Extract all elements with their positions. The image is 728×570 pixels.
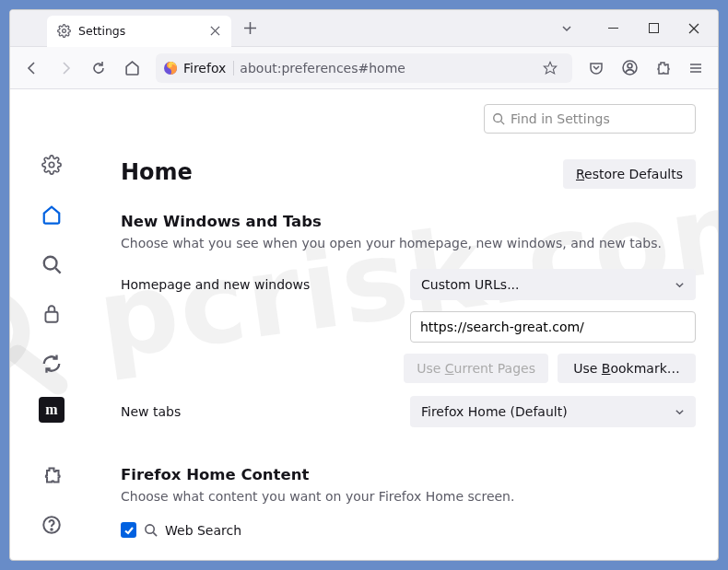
browser-tab[interactable]: Settings: [47, 16, 231, 47]
nav-toolbar: Firefox about:preferences#home: [10, 47, 718, 89]
gear-icon: [56, 24, 71, 39]
sidebar-item-extensions[interactable]: [35, 459, 68, 492]
chevron-down-icon: [675, 407, 685, 417]
sidebar-item-more-mozilla[interactable]: m: [39, 397, 65, 423]
back-button[interactable]: [18, 53, 47, 83]
svg-point-14: [628, 64, 632, 68]
use-current-pages-button[interactable]: Use Current Pages: [404, 354, 548, 383]
maximize-button[interactable]: [633, 11, 674, 46]
url-bar[interactable]: Firefox about:preferences#home: [156, 53, 572, 83]
firefox-icon: [163, 61, 178, 76]
restore-defaults-button[interactable]: Restore Defaults: [563, 159, 696, 189]
forward-button[interactable]: [51, 53, 80, 83]
identity-label: Firefox: [183, 61, 226, 76]
sidebar-item-privacy[interactable]: [35, 297, 68, 331]
home-button[interactable]: [117, 53, 147, 83]
sidebar-item-search[interactable]: [35, 248, 68, 281]
svg-point-18: [49, 162, 54, 168]
bookmark-star-button[interactable]: [535, 53, 565, 83]
newtabs-select[interactable]: Firefox Home (Default): [410, 396, 696, 427]
check-icon: [123, 525, 135, 536]
titlebar: Settings: [10, 10, 718, 47]
identity-box[interactable]: Firefox: [163, 61, 234, 76]
sidebar: m: [10, 89, 93, 560]
svg-rect-8: [649, 24, 658, 33]
app-menu-button[interactable]: [681, 53, 710, 83]
search-placeholder: Find in Settings: [511, 111, 610, 126]
section-title-windows-tabs: New Windows and Tabs: [121, 213, 696, 230]
svg-point-26: [146, 525, 154, 533]
close-window-button[interactable]: [674, 11, 714, 46]
search-icon: [144, 523, 158, 537]
svg-marker-12: [544, 62, 556, 74]
sidebar-item-help[interactable]: [35, 508, 68, 541]
page-title: Home: [121, 159, 193, 185]
search-icon: [492, 112, 505, 125]
settings-search-input[interactable]: Find in Settings: [484, 104, 696, 134]
chevron-down-icon: [675, 280, 685, 290]
section-title-home-content: Firefox Home Content: [121, 466, 696, 483]
section-desc-1: Choose what you see when you open your h…: [121, 236, 696, 250]
sidebar-item-home[interactable]: [35, 198, 68, 231]
new-tab-button[interactable]: [237, 16, 263, 41]
sidebar-item-sync[interactable]: [35, 347, 68, 380]
tab-title: Settings: [78, 24, 125, 38]
pocket-button[interactable]: [581, 53, 611, 83]
sidebar-item-general[interactable]: [35, 148, 68, 181]
svg-rect-21: [45, 312, 57, 322]
homepage-url-input[interactable]: [410, 311, 696, 343]
svg-line-25: [501, 122, 505, 125]
tab-list-dropdown[interactable]: [550, 12, 583, 45]
use-bookmark-button[interactable]: Use Bookmark…: [558, 354, 696, 383]
extensions-button[interactable]: [648, 53, 677, 83]
newtabs-label: New tabs: [121, 404, 397, 419]
homepage-label: Homepage and new windows: [121, 277, 397, 292]
svg-point-2: [62, 29, 65, 33]
svg-point-23: [51, 529, 53, 530]
reload-button[interactable]: [84, 53, 113, 83]
section-desc-2: Choose what content you want on your Fir…: [121, 489, 696, 504]
close-tab-button[interactable]: [207, 24, 222, 39]
minimize-button[interactable]: [593, 11, 633, 46]
svg-point-19: [44, 257, 57, 270]
homepage-mode-select[interactable]: Custom URLs...: [410, 269, 696, 300]
account-button[interactable]: [615, 53, 644, 83]
svg-point-24: [494, 114, 502, 122]
url-text: about:preferences#home: [240, 61, 405, 76]
websearch-checkbox[interactable]: [121, 522, 136, 538]
svg-line-27: [153, 532, 157, 536]
websearch-label: Web Search: [165, 523, 241, 538]
svg-line-20: [55, 268, 61, 273]
main-content: Find in Settings Home Restore Defaults N…: [93, 89, 718, 560]
